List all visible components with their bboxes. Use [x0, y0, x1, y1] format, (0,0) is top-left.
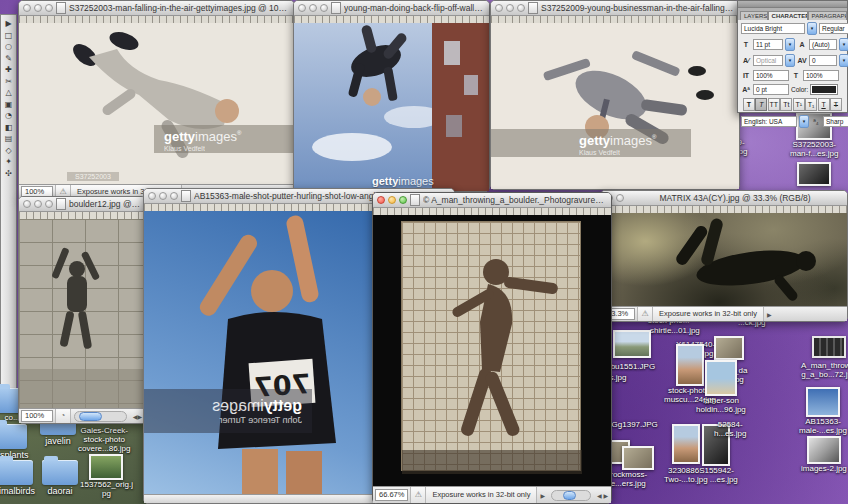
antialias-field[interactable]: Sharp [823, 116, 848, 127]
titlebar[interactable]: S37252009-young-businessman-in-the-air-f… [491, 1, 739, 16]
mountain-photo-thumbnail-icon [613, 330, 651, 358]
close-button[interactable] [495, 4, 503, 12]
all-caps-button[interactable]: TT [768, 98, 780, 111]
zoom-button[interactable] [517, 4, 525, 12]
desktop-icon-a-man-throwing[interactable]: A_man_throwing_a_bo...72.jpg [801, 336, 848, 380]
canvas[interactable]: gettyimages [294, 23, 489, 191]
faux-bold-button[interactable]: T [743, 98, 755, 111]
titlebar[interactable]: © A_man_throwing_a_boulder._Photogravure… [373, 193, 611, 208]
tracking-dropdown-icon[interactable]: ▾ [839, 54, 848, 67]
vertical-scale-field[interactable]: 100% [753, 70, 789, 81]
minimize-button[interactable] [159, 192, 167, 200]
font-style-field[interactable]: Regular [819, 23, 848, 34]
brush-tool-icon[interactable]: ▣ [5, 101, 13, 109]
minimize-button[interactable] [388, 196, 396, 204]
horizontal-scrollbar[interactable] [551, 490, 591, 501]
zoom-level[interactable]: 66.67% [375, 489, 408, 501]
blur-tool-icon[interactable]: ✦ [5, 158, 12, 166]
canvas[interactable] [19, 219, 145, 409]
dodge-tool-icon[interactable]: ✣ [5, 170, 12, 178]
canvas[interactable] [601, 213, 847, 307]
boulder-thrower-figure [402, 222, 582, 474]
folder-icon [0, 424, 27, 449]
desktop-icon-gales-creek[interactable]: Gales-Creek-stock-photocovere...86.jpg [78, 426, 130, 454]
desktop-icon-52584[interactable]: 52584-h...es.jpg [714, 420, 746, 439]
titlebar[interactable]: S37252003-man-falling-in-the-air-gettyim… [19, 1, 294, 16]
desktop-icon-images-2[interactable]: images-2.jpg [801, 436, 847, 474]
tab-character[interactable]: CHARACTER [768, 11, 808, 20]
horizontal-scale-field[interactable]: 100% [803, 70, 839, 81]
zoom-button[interactable] [45, 200, 53, 208]
crop-tool-icon[interactable]: ✚ [5, 66, 12, 74]
zoom-button[interactable] [399, 196, 407, 204]
close-button[interactable] [23, 200, 31, 208]
zoom-button[interactable] [170, 192, 178, 200]
language-field[interactable]: English: USA [741, 116, 797, 127]
font-family-field[interactable]: Lucida Bright [741, 23, 805, 34]
canvas[interactable] [373, 215, 611, 487]
gettyimages-watermark: gettyimages [372, 171, 434, 189]
tracking-field[interactable]: 0 [809, 55, 837, 66]
titlebar[interactable]: boulder12.jpg @ 100% (RG [19, 197, 145, 212]
close-button[interactable] [298, 4, 306, 12]
folder-eesplants[interactable]: eesplants [0, 424, 29, 460]
strikethrough-button[interactable]: T [830, 98, 842, 111]
text-color-swatch[interactable] [810, 84, 838, 95]
tab-paragraph[interactable]: PARAGRAPH [808, 11, 847, 20]
eraser-tool-icon[interactable]: ▤ [5, 135, 13, 143]
font-size-dropdown-icon[interactable]: ▾ [785, 38, 795, 51]
minimize-button[interactable] [34, 4, 42, 12]
minimize-button[interactable] [34, 200, 42, 208]
kerning-dropdown-icon[interactable]: ▾ [785, 54, 795, 67]
canvas[interactable]: gettyimages® Klaus Vedfelt S37252003 [19, 23, 294, 185]
status-arrow-icon[interactable]: ▶ [537, 492, 548, 499]
small-caps-button[interactable]: Tt [780, 98, 792, 111]
panel-grip[interactable] [738, 1, 847, 8]
subscript-button[interactable]: T₁ [805, 98, 817, 111]
photoshop-toolbar[interactable]: ▶ □ ○ ✎ ✚ ✂ △ ▣ ◔ ◧ ▤ ◇ ✦ ✣ [0, 14, 17, 412]
canvas[interactable]: gettyimages® Klaus Vedfelt [491, 23, 739, 189]
minimize-button[interactable] [616, 194, 624, 202]
tab-layers[interactable]: LAYERS [740, 11, 768, 20]
zoom-button[interactable] [45, 4, 53, 12]
superscript-button[interactable]: T¹ [793, 98, 805, 111]
desktop-icon-ab15363[interactable]: AB15363-male-...es.jpg [799, 387, 847, 436]
font-family-dropdown-icon[interactable]: ▾ [807, 22, 817, 35]
minimize-button[interactable] [309, 4, 317, 12]
desktop-icon-shirtle[interactable]: shirtle...01.jpg [650, 326, 700, 336]
leading-dropdown-icon[interactable]: ▾ [839, 38, 848, 51]
minimize-button[interactable] [506, 4, 514, 12]
titlebar[interactable]: MATRIX 43A(CY).jpg @ 33.3% (RGB/8) [601, 191, 847, 206]
font-size-field[interactable]: 11 pt [753, 39, 783, 50]
desktop-icon-father-son[interactable]: father-sonholdin...96.jpg [696, 360, 746, 415]
move-tool-icon[interactable]: ▶ [5, 20, 11, 28]
desktop-icon-malibu-thumb[interactable] [613, 330, 651, 358]
baseline-shift-field[interactable]: 0 pt [753, 84, 789, 95]
clone-stamp-tool-icon[interactable]: ◔ [5, 112, 12, 120]
desktop-icon-1537562[interactable]: 1537562_orig.jpg [80, 454, 133, 499]
close-button[interactable] [377, 196, 385, 204]
underline-button[interactable]: T [818, 98, 830, 111]
kerning-field[interactable]: Optical [753, 55, 783, 66]
faux-italic-button[interactable]: T [755, 98, 767, 111]
leading-field[interactable]: (Auto) [809, 39, 837, 50]
healing-tool-icon[interactable]: △ [5, 89, 11, 97]
close-button[interactable] [23, 4, 31, 12]
gradient-tool-icon[interactable]: ◇ [5, 147, 11, 155]
scroll-arrow-icon[interactable]: ◀ ▶ [594, 492, 611, 499]
close-button[interactable] [148, 192, 156, 200]
pen-tool-icon[interactable]: ✎ [5, 55, 12, 63]
language-dropdown-icon[interactable]: ▾ [799, 115, 809, 128]
zoom-button[interactable] [320, 4, 328, 12]
lasso-tool-icon[interactable]: ○ [5, 43, 12, 51]
horizontal-scrollbar[interactable] [74, 411, 127, 422]
history-brush-tool-icon[interactable]: ◧ [5, 124, 13, 132]
titlebar[interactable]: young-man-doing-back-flip-off-wall-outdo… [294, 1, 489, 16]
status-arrow-icon[interactable]: ▶ [764, 311, 775, 318]
folder-nimalbirds[interactable]: nimalbirds [0, 460, 35, 496]
folder-daorai[interactable]: daorai [42, 460, 78, 496]
slice-tool-icon[interactable]: ✂ [5, 78, 12, 86]
marquee-tool-icon[interactable]: □ [5, 32, 13, 40]
desktop-icon-photo-partial[interactable] [714, 336, 744, 360]
zoom-level[interactable]: 100% [21, 410, 53, 422]
